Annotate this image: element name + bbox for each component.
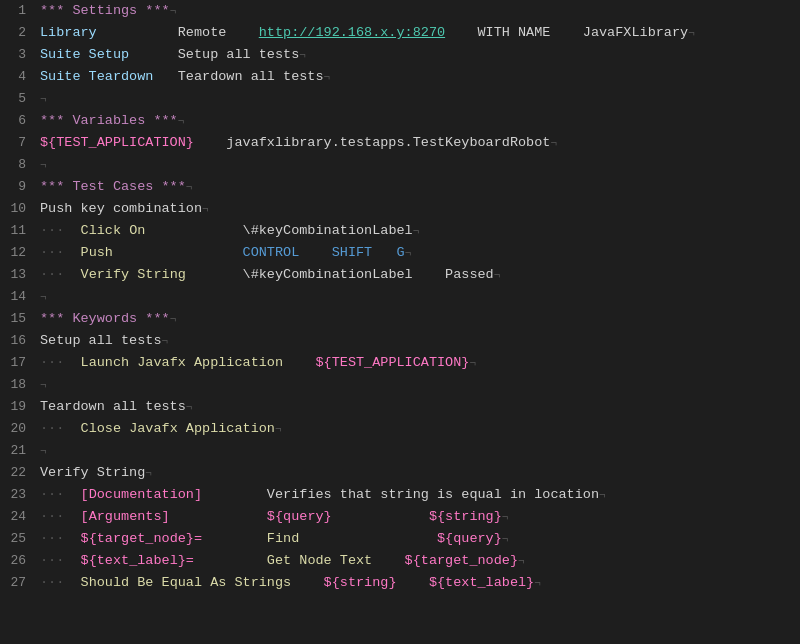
- code-line: 27··· Should Be Equal As Strings ${strin…: [0, 572, 800, 594]
- token: SHIFT: [332, 245, 373, 260]
- code-line: 22Verify String¬: [0, 462, 800, 484]
- line-content: Library Remote http://192.168.x.y:8270 W…: [36, 22, 800, 44]
- token: Suite Teardown: [40, 69, 178, 84]
- code-line: 25··· ${target_node}= Find ${query}¬: [0, 528, 800, 550]
- token: \#keyCombinationLabel: [243, 267, 413, 282]
- token: ¬: [502, 511, 509, 523]
- line-content: ¬: [36, 88, 800, 110]
- code-line: 10Push key combination¬: [0, 198, 800, 220]
- token: ··· Should Be Equal As Strings: [40, 575, 324, 590]
- line-number: 2: [0, 23, 36, 44]
- token: ¬: [40, 445, 47, 457]
- token: ··· Push: [40, 245, 243, 260]
- line-content: ··· ${text_label}= Get Node Text ${targe…: [36, 550, 800, 572]
- code-line: 6*** Variables ***¬: [0, 110, 800, 132]
- token: ${string}: [324, 575, 397, 590]
- code-line: 7${TEST_APPLICATION} javafxlibrary.testa…: [0, 132, 800, 154]
- line-number: 3: [0, 45, 36, 66]
- token: ··· [Arguments]: [40, 509, 234, 524]
- code-line: 21¬: [0, 440, 800, 462]
- token: ··· Click On: [40, 223, 243, 238]
- code-line: 9*** Test Cases ***¬: [0, 176, 800, 198]
- line-content: *** Keywords ***¬: [36, 308, 800, 330]
- line-number: 9: [0, 177, 36, 198]
- line-content: ¬: [36, 374, 800, 396]
- token: *** Variables ***: [40, 113, 178, 128]
- line-content: *** Test Cases ***¬: [36, 176, 800, 198]
- token: ¬: [324, 71, 331, 83]
- token: http://192.168.x.y:8270: [259, 25, 445, 40]
- line-content: ··· Close Javafx Application¬: [36, 418, 800, 440]
- line-content: ··· [Arguments] ${query} ${string}¬: [36, 506, 800, 528]
- token: ¬: [405, 247, 412, 259]
- token: ${query}: [299, 531, 502, 546]
- line-content: Verify String¬: [36, 462, 800, 484]
- line-number: 18: [0, 375, 36, 396]
- token: ¬: [518, 555, 525, 567]
- line-number: 8: [0, 155, 36, 176]
- line-content: Setup all tests¬: [36, 330, 800, 352]
- line-number: 25: [0, 529, 36, 550]
- token: *** Settings ***: [40, 3, 170, 18]
- token: Verify String: [40, 465, 145, 480]
- line-content: Suite Setup Setup all tests¬: [36, 44, 800, 66]
- code-line: 16Setup all tests¬: [0, 330, 800, 352]
- line-content: ··· ${target_node}= Find ${query}¬: [36, 528, 800, 550]
- line-content: ··· Verify String \#keyCombinationLabel …: [36, 264, 800, 286]
- code-line: 17··· Launch Javafx Application ${TEST_A…: [0, 352, 800, 374]
- code-line: 1*** Settings ***¬: [0, 0, 800, 22]
- token: *** Test Cases ***: [40, 179, 186, 194]
- line-number: 7: [0, 133, 36, 154]
- token: ¬: [534, 577, 541, 589]
- line-number: 24: [0, 507, 36, 528]
- token: ¬: [275, 423, 282, 435]
- token: ¬: [599, 489, 606, 501]
- token: Library: [40, 25, 178, 40]
- line-number: 1: [0, 1, 36, 22]
- token: ··· Verify String: [40, 267, 243, 282]
- line-number: 26: [0, 551, 36, 572]
- token: Setup all tests: [40, 333, 162, 348]
- code-line: 12··· Push CONTROL SHIFT G¬: [0, 242, 800, 264]
- code-line: 20··· Close Javafx Application¬: [0, 418, 800, 440]
- line-number: 14: [0, 287, 36, 308]
- token: ¬: [40, 159, 47, 171]
- token: G: [397, 245, 405, 260]
- token: javafxlibrary.testapps.TestKeyboardRobot: [194, 135, 550, 150]
- token: Verifies that string is equal in locatio…: [234, 487, 599, 502]
- line-content: ··· Click On \#keyCombinationLabel¬: [36, 220, 800, 242]
- token: ¬: [688, 27, 695, 39]
- token: ··· ${target_node}=: [40, 531, 234, 546]
- line-number: 13: [0, 265, 36, 286]
- line-content: Push key combination¬: [36, 198, 800, 220]
- token: Find: [234, 531, 299, 546]
- token: ¬: [40, 93, 47, 105]
- token: ¬: [170, 5, 177, 17]
- code-line: 11··· Click On \#keyCombinationLabel¬: [0, 220, 800, 242]
- line-content: *** Settings ***¬: [36, 0, 800, 22]
- code-line: 8¬: [0, 154, 800, 176]
- token: Suite Setup: [40, 47, 178, 62]
- token: \#keyCombinationLabel: [243, 223, 413, 238]
- code-line: 4Suite Teardown Teardown all tests¬: [0, 66, 800, 88]
- line-number: 10: [0, 199, 36, 220]
- line-content: ¬: [36, 440, 800, 462]
- token: ¬: [170, 313, 177, 325]
- line-number: 11: [0, 221, 36, 242]
- token: WITH NAME JavaFXLibrary: [445, 25, 688, 40]
- token: ¬: [413, 225, 420, 237]
- line-number: 21: [0, 441, 36, 462]
- code-line: 5¬: [0, 88, 800, 110]
- line-number: 19: [0, 397, 36, 418]
- code-line: 26··· ${text_label}= Get Node Text ${tar…: [0, 550, 800, 572]
- line-number: 4: [0, 67, 36, 88]
- token: *** Keywords ***: [40, 311, 170, 326]
- token: Teardown all tests: [40, 399, 186, 414]
- token: ${target_node}: [372, 553, 518, 568]
- token: ··· [Documentation]: [40, 487, 234, 502]
- line-number: 20: [0, 419, 36, 440]
- line-number: 23: [0, 485, 36, 506]
- code-line: 18¬: [0, 374, 800, 396]
- line-content: ${TEST_APPLICATION} javafxlibrary.testap…: [36, 132, 800, 154]
- token: ¬: [469, 357, 476, 369]
